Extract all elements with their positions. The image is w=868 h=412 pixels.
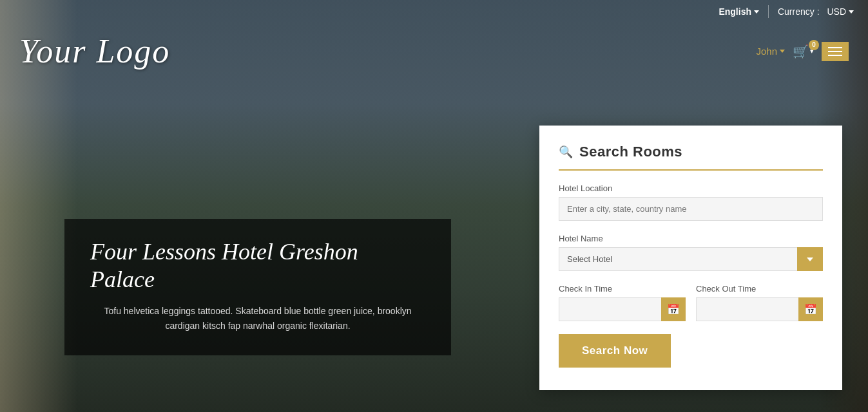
search-panel: 🔍 Search Rooms Hotel Location Hotel Name…: [539, 126, 842, 390]
menu-line-1: [828, 47, 842, 48]
language-selector[interactable]: English: [712, 4, 766, 19]
top-bar: English Currency : USD: [704, 0, 868, 23]
checkout-input-wrap: 📅: [696, 297, 823, 321]
hero-title: Four Lessons Hotel Greshon Palace: [90, 238, 425, 294]
hotel-dropdown-caret-icon: [807, 258, 813, 261]
cart-button[interactable]: 🛒 0 ▾: [793, 44, 814, 59]
hotel-location-field: Hotel Location: [559, 183, 823, 221]
hero-text-box: Four Lessons Hotel Greshon Palace Tofu h…: [64, 219, 451, 355]
datetime-row: Check In Time 📅 Check Out Time 📅: [559, 284, 823, 321]
hamburger-menu-button[interactable]: [822, 42, 849, 61]
search-panel-title: Search Rooms: [579, 144, 682, 160]
hotel-dropdown-button[interactable]: [797, 247, 823, 271]
checkout-calendar-button[interactable]: 📅: [798, 297, 823, 321]
site-logo: Your Logo: [19, 32, 170, 70]
currency-prefix: Currency :: [778, 6, 820, 17]
user-name-label: John: [756, 46, 777, 57]
hotel-name-wrapper: [559, 247, 823, 271]
menu-line-2: [828, 51, 842, 52]
user-menu-button[interactable]: John: [756, 46, 785, 57]
search-now-button[interactable]: Search Now: [559, 334, 671, 368]
hotel-location-label: Hotel Location: [559, 183, 823, 193]
language-caret-icon: [754, 10, 759, 14]
language-label: English: [719, 6, 751, 17]
calendar-icon: 📅: [667, 303, 680, 315]
currency-value: USD: [827, 6, 846, 17]
calendar-icon-2: 📅: [804, 303, 817, 315]
user-caret-icon: [780, 50, 785, 53]
header-right: John 🛒 0 ▾: [756, 42, 849, 61]
search-icon: 🔍: [559, 145, 573, 159]
cart-badge: 0: [809, 40, 819, 50]
hotel-location-input[interactable]: [559, 197, 823, 221]
currency-selector[interactable]: Currency : USD: [771, 4, 860, 19]
hotel-name-field: Hotel Name: [559, 234, 823, 271]
topbar-divider: [768, 5, 769, 18]
checkin-field: Check In Time 📅: [559, 284, 686, 321]
header: Your Logo John 🛒 0 ▾: [0, 26, 868, 77]
checkout-field: Check Out Time 📅: [696, 284, 823, 321]
checkin-label: Check In Time: [559, 284, 686, 294]
currency-caret-icon: [849, 10, 854, 14]
checkin-input-wrap: 📅: [559, 297, 686, 321]
menu-line-3: [828, 55, 842, 56]
hotel-name-label: Hotel Name: [559, 234, 823, 243]
search-header: 🔍 Search Rooms: [559, 144, 823, 171]
checkin-calendar-button[interactable]: 📅: [661, 297, 686, 321]
checkout-label: Check Out Time: [696, 284, 823, 294]
hero-description: Tofu helvetica leggings tattooed. Skateb…: [90, 304, 425, 333]
hotel-name-input[interactable]: [559, 247, 823, 271]
cart-icon: 🛒: [793, 44, 809, 59]
